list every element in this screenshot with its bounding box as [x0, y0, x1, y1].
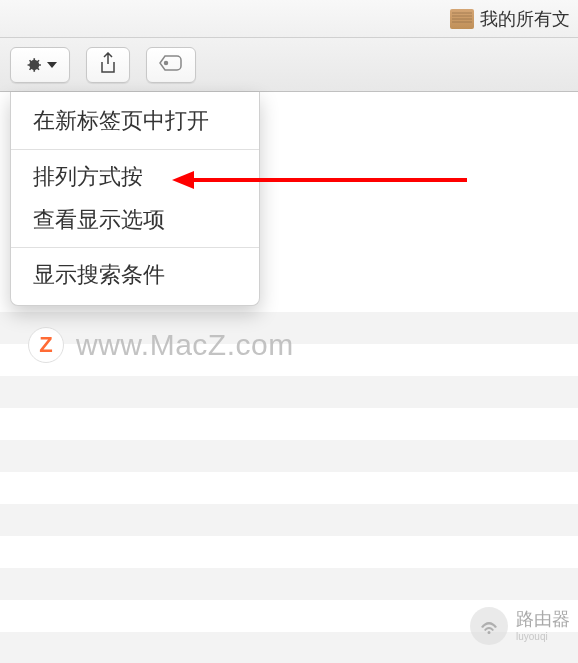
list-row — [0, 440, 578, 472]
share-icon — [99, 52, 117, 78]
folder-icon — [450, 9, 474, 29]
list-row — [0, 376, 578, 408]
title-text: 我的所有文 — [480, 7, 570, 31]
menu-item-show-search-criteria[interactable]: 显示搜索条件 — [11, 254, 259, 297]
action-menu-button[interactable] — [10, 47, 70, 83]
list-row — [0, 472, 578, 504]
watermark-logo: Z — [28, 327, 64, 363]
tag-button[interactable] — [146, 47, 196, 83]
arrow-line — [192, 178, 467, 182]
content-area: 在新标签页中打开 排列方式按 查看显示选项 显示搜索条件 Z www.MacZ.… — [0, 92, 578, 663]
action-dropdown-menu: 在新标签页中打开 排列方式按 查看显示选项 显示搜索条件 — [10, 92, 260, 306]
title-bar: 我的所有文 — [0, 0, 578, 38]
arrow-head-icon — [172, 171, 194, 189]
watermark: Z www.MacZ.com — [28, 327, 294, 363]
router-icon — [470, 607, 508, 645]
list-row — [0, 536, 578, 568]
list-row — [0, 568, 578, 600]
router-text-main: 路由器 — [516, 609, 570, 631]
menu-item-open-in-new-tab[interactable]: 在新标签页中打开 — [11, 100, 259, 143]
router-text-sub: luyouqi — [516, 631, 570, 643]
svg-point-0 — [165, 61, 168, 64]
menu-separator — [11, 247, 259, 248]
tag-icon — [159, 54, 183, 76]
watermark-text: www.MacZ.com — [76, 328, 294, 362]
window-title: 我的所有文 — [450, 7, 570, 31]
menu-item-show-view-options[interactable]: 查看显示选项 — [11, 199, 259, 242]
list-row — [0, 408, 578, 440]
list-row — [0, 504, 578, 536]
gear-icon — [23, 55, 43, 75]
toolbar — [0, 38, 578, 92]
router-watermark: 路由器 luyouqi — [470, 607, 570, 645]
chevron-down-icon — [47, 62, 57, 68]
router-text: 路由器 luyouqi — [516, 609, 570, 643]
menu-separator — [11, 149, 259, 150]
share-button[interactable] — [86, 47, 130, 83]
annotation-arrow — [172, 171, 467, 189]
